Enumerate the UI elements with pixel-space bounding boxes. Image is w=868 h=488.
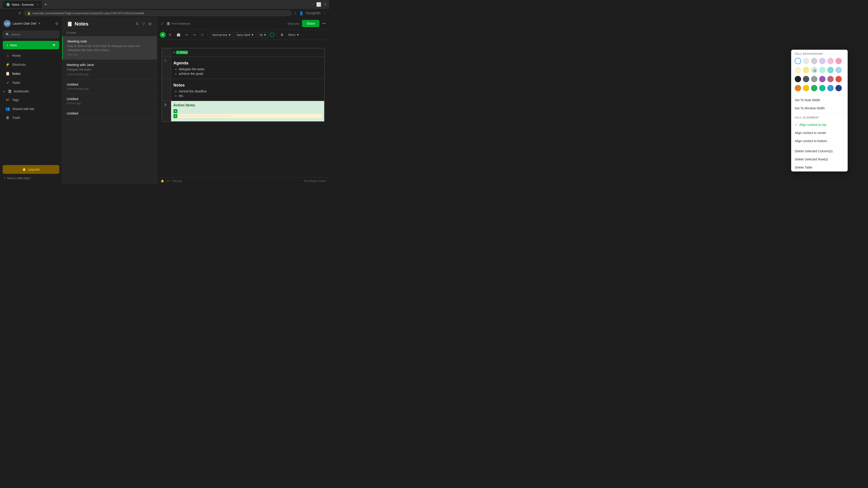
forward-button[interactable]: → bbox=[10, 10, 16, 16]
note-card-1[interactable]: Meeting note Date & Time 8 AM- 9 AM Goal… bbox=[62, 36, 157, 60]
table-row-actions: ⠿ Action Items ✕ Clean up meeting notes … bbox=[162, 101, 324, 122]
new-tab-button[interactable]: + bbox=[43, 2, 49, 7]
agenda-list: delegate the tasks achieve the goals bbox=[174, 67, 322, 75]
upgrade-button[interactable]: ⭐ Upgrade bbox=[3, 165, 59, 174]
search-icon: 🔍 bbox=[6, 33, 9, 36]
note-title-2: Meeting with Jane bbox=[67, 63, 152, 67]
reload-button[interactable]: ↺ bbox=[17, 10, 22, 16]
note-card-5[interactable]: Untitled bbox=[62, 108, 157, 120]
table-cell-drag: ⠿ bbox=[162, 57, 171, 79]
window-minimize[interactable]: − bbox=[311, 2, 314, 7]
redo-button[interactable]: ↪ bbox=[191, 32, 197, 37]
action-text-2: Send out meeting notes and action it bbox=[179, 114, 230, 118]
more-options-button[interactable]: ••• bbox=[322, 22, 326, 25]
table-cell-empty bbox=[162, 48, 171, 57]
address-bar[interactable]: 🔒 evernote.com/client/web?login=true#/no… bbox=[24, 10, 292, 16]
sidebar-item-trash[interactable]: 🗑 Trash bbox=[2, 113, 60, 122]
note-editor: ⤢ 📓 First Notebook Only you Share ••• + … bbox=[157, 17, 329, 184]
bookmark-icon[interactable]: ☆ bbox=[293, 11, 297, 15]
view-toggle-button[interactable]: ⊞ bbox=[148, 21, 152, 27]
note-card-3[interactable]: Untitled a few minutes ago bbox=[62, 79, 157, 94]
sidebar-label-tasks: Tasks bbox=[12, 81, 20, 85]
shared-icon: 👥 bbox=[5, 107, 10, 111]
sidebar-item-tasks[interactable]: ✓ Tasks bbox=[2, 78, 60, 87]
browser-tabs: 🐘 Notes - Evernote × + bbox=[3, 1, 49, 8]
note-preview-2: Delegate the tasks bbox=[67, 68, 152, 72]
agenda-title: Agenda bbox=[174, 61, 322, 66]
settings-icon[interactable]: ⚙ bbox=[55, 22, 58, 26]
size-dropdown[interactable]: 16 ▼ bbox=[257, 32, 268, 38]
calendar-button[interactable]: 📅 bbox=[175, 32, 182, 37]
editor-header-left: ⤢ 📓 First Notebook bbox=[161, 22, 191, 26]
notes-count: 9 notes bbox=[62, 29, 157, 36]
sidebar-label-trash: Trash bbox=[12, 116, 20, 120]
incognito-label: Incognito bbox=[306, 11, 320, 15]
extensions-icon[interactable]: ⋮ bbox=[323, 11, 327, 15]
notebook-badge[interactable]: 📓 First Notebook bbox=[166, 22, 191, 25]
back-button[interactable]: ← bbox=[3, 10, 8, 16]
note-card-4[interactable]: Untitled 9 hours ago bbox=[62, 94, 157, 108]
sidebar-label-notebooks: Notebooks bbox=[14, 90, 29, 93]
sidebar-item-notebooks[interactable]: ▶ 📓 Notebooks bbox=[0, 87, 62, 95]
profile-icon[interactable]: 👤 bbox=[299, 11, 304, 15]
note-card-2[interactable]: Meeting with Jane Delegate the tasks a f… bbox=[62, 60, 157, 79]
notes-title-icon: 📋 bbox=[67, 21, 73, 27]
new-plus-icon: + bbox=[6, 43, 8, 47]
shortcuts-icon: ⚡ bbox=[5, 62, 10, 67]
task-button[interactable]: ↻ bbox=[167, 32, 174, 37]
save-status: All changes saved bbox=[304, 180, 326, 183]
toolbar-separator-1 bbox=[208, 33, 208, 37]
window-close[interactable]: × bbox=[324, 2, 327, 7]
editor-content[interactable]: • ✕ Grace ⠿ Agenda delegate the task bbox=[157, 40, 329, 177]
tab-title: Notes - Evernote bbox=[12, 3, 34, 6]
sidebar-bottom: ⭐ Upgrade ? Need a little help? bbox=[0, 162, 62, 184]
reminder-icon[interactable]: 🔔 bbox=[161, 180, 164, 183]
sidebar-label-home: Home bbox=[12, 54, 21, 57]
font-dropdown[interactable]: Sans Serif ▼ bbox=[235, 32, 256, 38]
sidebar-item-notes[interactable]: 📋 Notes bbox=[2, 69, 60, 78]
filter-button[interactable]: ▽ bbox=[141, 21, 146, 27]
table-cell-notes-left bbox=[162, 79, 171, 101]
sidebar-item-tags[interactable]: 🏷 Tags bbox=[2, 96, 60, 104]
search-button[interactable]: 🔍 Search bbox=[3, 31, 59, 38]
sidebar-item-home[interactable]: ⌂ Home bbox=[2, 51, 60, 60]
notebooks-icon: 📓 bbox=[8, 90, 11, 93]
help-link[interactable]: ? Need a little help? bbox=[3, 175, 59, 182]
window-maximize[interactable]: ⬜ bbox=[316, 2, 321, 7]
bold-button[interactable]: B bbox=[279, 32, 285, 37]
undo-button[interactable]: ↩ bbox=[184, 32, 190, 37]
color-button[interactable] bbox=[270, 33, 274, 37]
ai-label: AI bbox=[201, 33, 204, 37]
attendee-grace-tag: ✕ Grace bbox=[176, 51, 188, 54]
app-layout: LD Lauren Dale Deli ▼ ⚙ 🔍 Search + New ▼… bbox=[0, 17, 329, 184]
sidebar-label-tags: Tags bbox=[12, 98, 19, 102]
table-row-notes: Notes remind the deadline etc. bbox=[162, 79, 324, 101]
new-button[interactable]: + New ▼ bbox=[3, 41, 59, 49]
add-tag-label[interactable]: Add tag bbox=[172, 180, 182, 183]
tags-icon: 🏷 bbox=[5, 98, 10, 102]
tab-close-button[interactable]: × bbox=[37, 3, 38, 6]
notes-item-2: etc. bbox=[179, 94, 322, 98]
active-tab[interactable]: 🐘 Notes - Evernote × bbox=[3, 1, 42, 8]
editor-header: ⤢ 📓 First Notebook Only you Share ••• bbox=[157, 17, 329, 30]
action-item-2: ✕ Send out meeting notes and action it bbox=[174, 114, 322, 118]
format-dropdown[interactable]: Normal text ▼ bbox=[210, 32, 233, 38]
upgrade-icon: ⭐ bbox=[22, 168, 26, 171]
ai-button[interactable]: AI bbox=[199, 32, 206, 37]
tag-icon-footer[interactable]: 🏷 bbox=[167, 180, 169, 183]
table-cell-actions: Action Items ✕ Clean up meeting notes ✕ … bbox=[171, 101, 324, 122]
format-chevron: ▼ bbox=[228, 33, 231, 37]
user-info[interactable]: LD Lauren Dale Deli ▼ bbox=[4, 20, 41, 27]
editor-footer: 🔔 🏷 Add tag All changes saved bbox=[157, 177, 329, 184]
more-format-button[interactable]: More ▼ bbox=[286, 32, 301, 37]
insert-button[interactable]: + bbox=[160, 32, 166, 38]
expand-note-icon[interactable]: ⤢ bbox=[161, 22, 164, 26]
sidebar-item-shortcuts[interactable]: ⚡ Shortcuts bbox=[2, 60, 60, 69]
sidebar-item-shared[interactable]: 👥 Shared with Me bbox=[2, 104, 60, 113]
table-row-agenda: ⠿ Agenda delegate the tasks achieve the … bbox=[162, 57, 324, 79]
agenda-item-2: achieve the goals bbox=[179, 72, 322, 75]
check-icon-2: ✕ bbox=[174, 114, 178, 118]
share-button[interactable]: Share bbox=[302, 20, 319, 27]
size-chevron: ▼ bbox=[264, 33, 267, 37]
sort-button[interactable]: ⇅ bbox=[135, 21, 140, 27]
